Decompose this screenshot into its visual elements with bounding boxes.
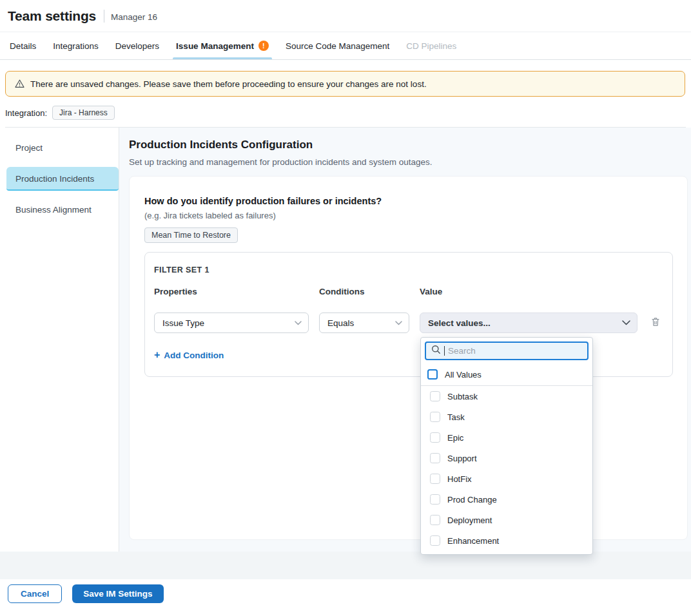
option-prod-change[interactable]: Prod Change xyxy=(421,489,592,510)
checkbox[interactable] xyxy=(430,453,440,463)
section-title: Production Incidents Configuration xyxy=(129,139,688,151)
checkbox[interactable] xyxy=(430,494,440,505)
option-label: All Values xyxy=(445,370,482,380)
option-label: Enhancement xyxy=(447,536,499,546)
option-label: Support xyxy=(447,454,477,463)
checkbox[interactable] xyxy=(430,515,440,525)
tab-developers[interactable]: Developers xyxy=(107,32,168,59)
footer-strip xyxy=(0,552,691,579)
option-label: Epic xyxy=(447,433,463,443)
add-condition-button[interactable]: + Add Condition xyxy=(154,349,224,361)
option-label: HotFix xyxy=(447,474,472,484)
sidebar-item-label: Production Incidents xyxy=(15,174,94,184)
value-dropdown-panel[interactable]: All Values Subtask Task Epic Support Hot… xyxy=(420,337,593,555)
tab-issue-management[interactable]: Issue Management ! xyxy=(168,32,277,59)
checkbox[interactable] xyxy=(430,535,440,546)
option-enhancement[interactable]: Enhancement xyxy=(421,530,592,551)
tab-label: Source Code Management xyxy=(286,41,389,51)
option-label: Subtask xyxy=(447,392,478,401)
checkbox[interactable] xyxy=(430,391,440,401)
properties-header: Properties xyxy=(154,287,309,296)
option-deployment[interactable]: Deployment xyxy=(421,510,592,530)
option-all-values[interactable]: All Values xyxy=(421,364,592,386)
chevron-down-icon xyxy=(395,321,402,325)
value-multiselect[interactable]: Select values... xyxy=(420,313,637,333)
integration-label: Integration: xyxy=(5,108,47,118)
filter-set-1: FILTER SET 1 Properties Conditions Value… xyxy=(144,252,673,377)
section-subtitle: Set up tracking and management for produ… xyxy=(129,157,688,167)
settings-sidebar: Project Production Incidents Business Al… xyxy=(0,128,119,552)
property-select[interactable]: Issue Type xyxy=(154,313,309,333)
checkbox[interactable] xyxy=(430,412,440,422)
identify-hint: (e.g. Jira tickets labeled as failures) xyxy=(144,211,673,220)
save-im-settings-button[interactable]: Save IM Settings xyxy=(72,584,163,603)
filter-column-headers: Properties Conditions Value xyxy=(154,287,663,296)
integration-chip[interactable]: Jira - Harness xyxy=(52,106,115,120)
condition-select[interactable]: Equals xyxy=(319,313,409,333)
add-condition-label: Add Condition xyxy=(164,351,224,360)
tab-cd-pipelines: CD Pipelines xyxy=(398,32,465,59)
tab-label: Details xyxy=(10,41,36,51)
warning-text: There are unsaved changes. Please save t… xyxy=(30,79,427,89)
dropdown-search xyxy=(425,342,589,360)
tab-label: CD Pipelines xyxy=(406,41,456,51)
option-saas-incident[interactable]: SaaS Incident xyxy=(421,551,592,555)
tab-label: Integrations xyxy=(53,41,99,51)
search-icon xyxy=(431,345,441,357)
value-cell: Select values... xyxy=(420,313,637,333)
cancel-button[interactable]: Cancel xyxy=(8,584,62,603)
chevron-down-icon xyxy=(622,320,630,325)
tab-integrations[interactable]: Integrations xyxy=(44,32,107,59)
sidebar-item-label: Business Alignment xyxy=(15,205,92,215)
option-hotfix[interactable]: HotFix xyxy=(421,468,592,489)
text-cursor xyxy=(444,346,445,356)
tab-label: Issue Management xyxy=(176,41,254,51)
sidebar-item-business-alignment[interactable]: Business Alignment xyxy=(6,198,119,222)
page-subtitle: Manager 16 xyxy=(111,10,157,22)
option-task[interactable]: Task xyxy=(421,407,592,427)
all-values-checkbox[interactable] xyxy=(427,369,438,380)
condition-select-value: Equals xyxy=(327,318,354,328)
main-panel: Production Incidents Configuration Set u… xyxy=(119,128,691,552)
filter-set-title: FILTER SET 1 xyxy=(154,265,663,274)
alert-badge-icon: ! xyxy=(258,41,269,51)
tab-details[interactable]: Details xyxy=(1,32,44,59)
footer-actions: Cancel Save IM Settings xyxy=(0,579,691,616)
option-label: Deployment xyxy=(447,515,492,525)
integration-row: Integration: Jira - Harness xyxy=(5,106,686,120)
incidents-config-card: How do you identify production failures … xyxy=(129,176,688,540)
option-support[interactable]: Support xyxy=(421,448,592,468)
page-header: Team settings Manager 16 xyxy=(0,0,691,32)
option-label: Prod Change xyxy=(447,495,497,505)
checkbox[interactable] xyxy=(430,474,440,484)
property-select-value: Issue Type xyxy=(162,318,204,328)
sidebar-item-project[interactable]: Project xyxy=(6,136,119,160)
warning-triangle-icon xyxy=(14,79,25,89)
unsaved-changes-banner: There are unsaved changes. Please save t… xyxy=(5,71,685,97)
value-header: Value xyxy=(420,287,637,296)
page-title: Team settings xyxy=(8,8,96,24)
identify-question: How do you identify production failures … xyxy=(144,196,673,206)
delete-condition-button[interactable] xyxy=(648,315,663,331)
tab-source-code-management[interactable]: Source Code Management xyxy=(277,32,398,59)
option-subtask[interactable]: Subtask xyxy=(421,386,592,407)
value-select-placeholder: Select values... xyxy=(428,318,491,328)
conditions-header: Conditions xyxy=(319,287,409,296)
content-region: Project Production Incidents Business Al… xyxy=(0,128,691,552)
filter-condition-row: Issue Type Equals Select values... xyxy=(154,313,663,333)
sidebar-item-label: Project xyxy=(15,143,43,153)
search-input[interactable] xyxy=(448,346,582,356)
option-epic[interactable]: Epic xyxy=(421,427,592,448)
tab-bar: Details Integrations Developers Issue Ma… xyxy=(0,32,691,60)
sidebar-item-production-incidents[interactable]: Production Incidents xyxy=(6,167,119,191)
tab-label: Developers xyxy=(115,41,159,51)
chevron-down-icon xyxy=(295,321,302,325)
trash-icon xyxy=(650,316,661,330)
option-label: Task xyxy=(447,412,465,422)
metric-chip[interactable]: Mean Time to Restore xyxy=(144,227,238,243)
plus-icon: + xyxy=(154,349,160,361)
title-divider xyxy=(104,10,104,23)
checkbox[interactable] xyxy=(430,432,440,443)
